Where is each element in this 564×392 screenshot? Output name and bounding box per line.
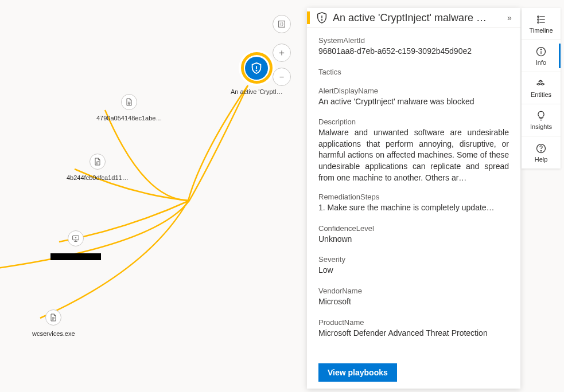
field-label: AlertDisplayName [318, 87, 509, 95]
node-host[interactable] [50, 230, 101, 260]
node-label: 4790a054148ec1abe… [96, 115, 162, 121]
panel-body[interactable]: SystemAlertId96801aa8-d7eb-a652-c159-309… [307, 28, 520, 356]
field-value: 1. Make sure the machine is completely u… [318, 202, 509, 214]
tab-label: Help [535, 156, 548, 163]
zoom-out-button[interactable]: － [273, 68, 291, 86]
info-icon [535, 46, 547, 57]
node-process[interactable]: wcservices.exe [32, 309, 75, 337]
svg-point-12 [538, 16, 539, 18]
node-filehash-2[interactable]: # 4b244fcb0dfca1d11… [67, 154, 129, 181]
field-value: Low [318, 265, 509, 276]
severity-stripe [307, 11, 310, 24]
help-icon [535, 143, 547, 154]
svg-point-22 [540, 150, 541, 151]
tab-label: Timeline [529, 27, 553, 34]
panel-title: An active 'CryptInject' malware … [333, 12, 503, 24]
field-label: RemediationSteps [318, 193, 509, 201]
side-tabs: Timeline Info Entities Insights Help [522, 8, 561, 168]
svg-rect-9 [279, 21, 285, 28]
node-label: wcservices.exe [32, 330, 75, 337]
fit-to-screen-button[interactable] [273, 15, 291, 33]
svg-point-20 [540, 49, 541, 50]
host-icon [68, 230, 84, 246]
field-label: ProductName [318, 318, 509, 327]
field-label: ConfidenceLevel [318, 224, 509, 233]
field-value: Malware and unwanted software are undesi… [318, 127, 509, 182]
collapse-panel-button[interactable]: » [503, 13, 516, 22]
tab-label: Insights [530, 123, 552, 130]
svg-point-5 [75, 237, 76, 238]
tab-help[interactable]: Help [522, 136, 561, 168]
field-value: 96801aa8-d7eb-a652-c159-3092b45d90e2 [318, 46, 509, 57]
node-label-redacted [50, 253, 101, 260]
svg-point-11 [321, 19, 322, 20]
svg-point-1 [256, 70, 257, 70]
tab-label: Info [536, 59, 546, 66]
alert-node-label: An active 'CryptI… [231, 88, 283, 95]
field-value: Microsoft Defender Advanced Threat Prote… [318, 328, 509, 339]
lightbulb-icon [535, 110, 547, 121]
file-icon [45, 309, 61, 326]
filehash-icon: # [121, 94, 137, 110]
node-filehash-1[interactable]: # 4790a054148ec1abe… [96, 94, 162, 121]
svg-point-16 [538, 22, 539, 23]
svg-point-14 [538, 19, 539, 21]
field-label: Description [318, 117, 509, 126]
filehash-icon: # [90, 154, 106, 170]
field-label: SystemAlertId [318, 36, 509, 45]
field-label: VendorName [318, 287, 509, 295]
field-value: An active 'CryptInject' malware was bloc… [318, 96, 509, 108]
node-label: 4b244fcb0dfca1d11… [67, 174, 129, 181]
tab-entities[interactable]: Entities [522, 72, 561, 104]
tab-label: Entities [531, 91, 551, 98]
tab-insights[interactable]: Insights [522, 104, 561, 136]
field-value: Microsoft [318, 296, 509, 308]
zoom-in-button[interactable]: ＋ [273, 44, 291, 62]
entities-icon [535, 78, 547, 89]
tab-timeline[interactable]: Timeline [522, 8, 561, 40]
field-label: Tactics [318, 68, 509, 76]
field-value: Unknown [318, 234, 509, 245]
tab-info[interactable]: Info [522, 40, 561, 72]
view-playbooks-button[interactable]: View playbooks [318, 363, 397, 382]
shield-alert-icon [316, 11, 328, 24]
field-label: Severity [318, 255, 509, 264]
details-panel: An active 'CryptInject' malware … » Syst… [307, 8, 520, 389]
timeline-icon [535, 14, 547, 25]
